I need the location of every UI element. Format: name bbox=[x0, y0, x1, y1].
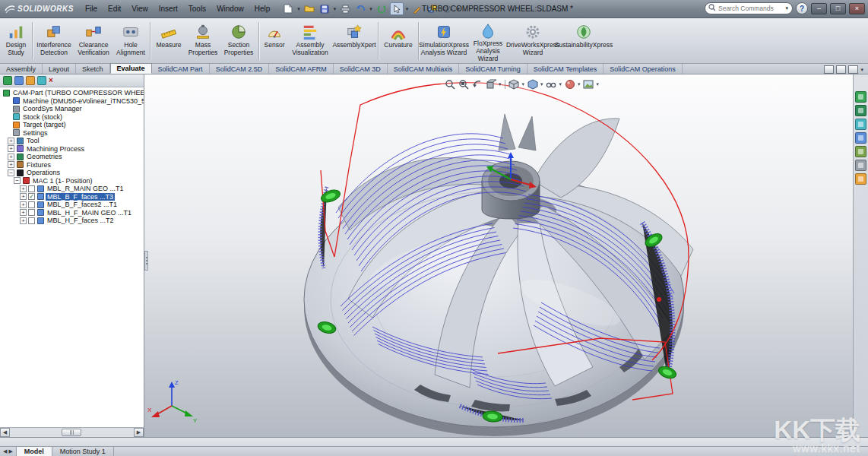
apply-scene-icon[interactable] bbox=[583, 78, 594, 90]
tree-item-machine[interactable]: Machine (DMU50-eVolinear_iTNC530_5X-Si bbox=[0, 97, 144, 106]
cam-tree-icon[interactable] bbox=[3, 76, 12, 85]
tree-item-mbl-b-f-faces[interactable]: + ✓ MBL_B_F_faces ...T3 bbox=[0, 193, 144, 201]
cam-help-icon[interactable] bbox=[855, 173, 866, 185]
tab-scroll-controls[interactable]: ◀ ▶ bbox=[0, 447, 17, 456]
tree-item-target[interactable]: Target (target) bbox=[0, 121, 144, 129]
rebuild-icon[interactable] bbox=[375, 2, 388, 15]
hud-caret-icon[interactable]: ▾ bbox=[597, 81, 600, 87]
search-box[interactable]: ▾ bbox=[705, 2, 793, 14]
cam-manager-icon[interactable] bbox=[14, 76, 24, 85]
cam-machine-sim-icon[interactable] bbox=[855, 132, 866, 144]
tab-solidcam-3d[interactable]: SolidCAM 3D bbox=[334, 64, 388, 74]
pane-full-icon[interactable] bbox=[848, 65, 858, 74]
tab-solidcam-operations[interactable]: SolidCAM Operations bbox=[603, 64, 683, 74]
tab-solidcam-multiaxis[interactable]: SolidCAM Multiaxis bbox=[388, 64, 460, 74]
tree-horizontal-scrollbar[interactable]: ◀ ▶ bbox=[0, 427, 144, 437]
previous-view-icon[interactable] bbox=[471, 78, 483, 90]
tree-item-coordsys[interactable]: CoordSys Manager bbox=[0, 105, 144, 113]
cam-views-icon[interactable] bbox=[37, 76, 46, 85]
edit-appearance-icon[interactable] bbox=[564, 78, 575, 90]
scroll-left-icon[interactable]: ◀ bbox=[0, 428, 10, 437]
open-icon[interactable] bbox=[303, 2, 316, 15]
save-caret-icon[interactable]: ▾ bbox=[334, 6, 337, 12]
close-pane-icon[interactable]: × bbox=[49, 77, 53, 84]
expander-icon[interactable]: + bbox=[8, 154, 14, 160]
pane-caret-icon[interactable]: ▾ bbox=[860, 67, 863, 73]
pane-split-icon[interactable] bbox=[836, 65, 846, 74]
design-study-button[interactable]: Design Study bbox=[2, 20, 30, 62]
tab-solidcam-templates[interactable]: SolidCAM Templates bbox=[527, 64, 603, 74]
menu-tools[interactable]: Tools bbox=[183, 4, 211, 14]
curvature-button[interactable]: Curvature bbox=[380, 20, 417, 62]
sensor-button[interactable]: Sensor bbox=[261, 20, 288, 62]
cam-gcode-icon[interactable] bbox=[855, 105, 866, 116]
tree-item-machining-process[interactable]: + Machining Process bbox=[0, 145, 144, 154]
tab-layout[interactable]: Layout bbox=[43, 64, 76, 74]
search-input[interactable] bbox=[718, 5, 782, 12]
menu-edit[interactable]: Edit bbox=[103, 4, 126, 14]
simulationxpress-button[interactable]: SimulationXpress Analysis Wizard bbox=[420, 20, 467, 62]
tab-scroll-next-icon[interactable]: ▶ bbox=[8, 448, 12, 454]
scrollbar-thumb[interactable] bbox=[62, 429, 81, 436]
expander-icon[interactable]: + bbox=[20, 201, 27, 208]
tab-model[interactable]: Model bbox=[17, 447, 52, 456]
tree-item-mbl-r-main[interactable]: + MBL_R_MAIN GEO ...T1 bbox=[0, 185, 144, 193]
undo-caret-icon[interactable]: ▾ bbox=[369, 6, 372, 12]
hide-show-items-icon[interactable] bbox=[546, 78, 557, 90]
panel-splitter-handle[interactable] bbox=[144, 251, 148, 271]
tab-solidcam-turning[interactable]: SolidCAM Turning bbox=[459, 64, 527, 74]
menu-file[interactable]: File bbox=[80, 4, 103, 14]
tab-assembly[interactable]: Assembly bbox=[0, 64, 43, 74]
expander-icon[interactable]: + bbox=[20, 217, 27, 224]
operation-checkbox[interactable] bbox=[28, 185, 35, 192]
operation-checkbox[interactable] bbox=[28, 209, 35, 216]
graphics-viewport[interactable]: ▾ ▾ ▾ ▾ ▾ ▾ bbox=[144, 74, 853, 437]
view-orientation-icon[interactable] bbox=[508, 78, 520, 90]
scroll-right-icon[interactable]: ▶ bbox=[134, 428, 144, 437]
driveworksxpress-button[interactable]: DriveWorksXpress Wizard bbox=[508, 20, 557, 62]
tree-item-mbl-b-f-faces2[interactable]: + MBL_B_F_faces2 ...T1 bbox=[0, 201, 144, 209]
hud-caret-icon[interactable]: ▾ bbox=[522, 81, 525, 87]
minimize-button[interactable]: – bbox=[811, 3, 827, 14]
tree-item-operations[interactable]: − Operations bbox=[0, 169, 144, 177]
expander-icon[interactable]: + bbox=[8, 161, 14, 168]
search-caret-icon[interactable]: ▾ bbox=[785, 5, 788, 11]
expander-icon[interactable]: − bbox=[8, 169, 14, 176]
operation-checkbox[interactable]: ✓ bbox=[28, 193, 35, 200]
close-button[interactable]: × bbox=[849, 3, 865, 14]
hud-caret-icon[interactable]: ▾ bbox=[499, 81, 502, 87]
mass-properties-button[interactable]: Mass Properties bbox=[185, 20, 220, 62]
interference-detection-button[interactable]: Interference Detection bbox=[34, 20, 74, 62]
tab-solidcam-25d[interactable]: SolidCAM 2.5D bbox=[210, 64, 270, 74]
section-view-icon[interactable] bbox=[485, 78, 496, 90]
operation-checkbox[interactable] bbox=[28, 217, 35, 224]
hud-caret-icon[interactable]: ▾ bbox=[578, 81, 581, 87]
operation-checkbox[interactable] bbox=[28, 201, 35, 208]
expander-icon[interactable]: + bbox=[20, 185, 27, 192]
expander-icon[interactable]: + bbox=[20, 193, 27, 200]
tree-item-settings[interactable]: Settings bbox=[0, 129, 144, 138]
tree-item-mbl-h-f-faces[interactable]: + MBL_H_F_faces ...T2 bbox=[0, 217, 144, 225]
expander-icon[interactable]: + bbox=[8, 145, 14, 152]
pane-layout-icon[interactable] bbox=[824, 65, 834, 74]
tree-item-mac1[interactable]: − MAC 1 (1- Position) bbox=[0, 177, 144, 185]
tree-item-cam-part[interactable]: CAM-Part (TURBO COMPRESSOR WHEEL) bbox=[0, 89, 144, 97]
hole-alignment-button[interactable]: Hole Alignment bbox=[113, 20, 148, 62]
tab-solidcam-part[interactable]: SolidCAM Part bbox=[152, 64, 210, 74]
tree-item-mbl-h-f-main[interactable]: + MBL_H_F_MAIN GEO ...T1 bbox=[0, 209, 144, 217]
section-properties-button[interactable]: Section Properties bbox=[220, 20, 257, 62]
menu-insert[interactable]: Insert bbox=[154, 4, 183, 14]
cam-settings-icon[interactable] bbox=[26, 76, 35, 85]
zoom-area-icon[interactable] bbox=[458, 78, 469, 90]
zoom-fit-icon[interactable] bbox=[444, 78, 455, 90]
menu-help[interactable]: Help bbox=[249, 4, 276, 14]
impeller-3d-scene[interactable]: Z X Y bbox=[144, 74, 853, 437]
menu-view[interactable]: View bbox=[126, 4, 154, 14]
new-caret-icon[interactable]: ▾ bbox=[297, 6, 300, 12]
tab-motion-study-1[interactable]: Motion Study 1 bbox=[52, 447, 114, 456]
tree-item-geometries[interactable]: + Geometries bbox=[0, 153, 144, 161]
tab-sketch[interactable]: Sketch bbox=[76, 64, 110, 74]
undo-icon[interactable] bbox=[353, 2, 367, 15]
new-document-icon[interactable] bbox=[281, 2, 295, 15]
cam-simulate-icon[interactable] bbox=[855, 119, 866, 130]
